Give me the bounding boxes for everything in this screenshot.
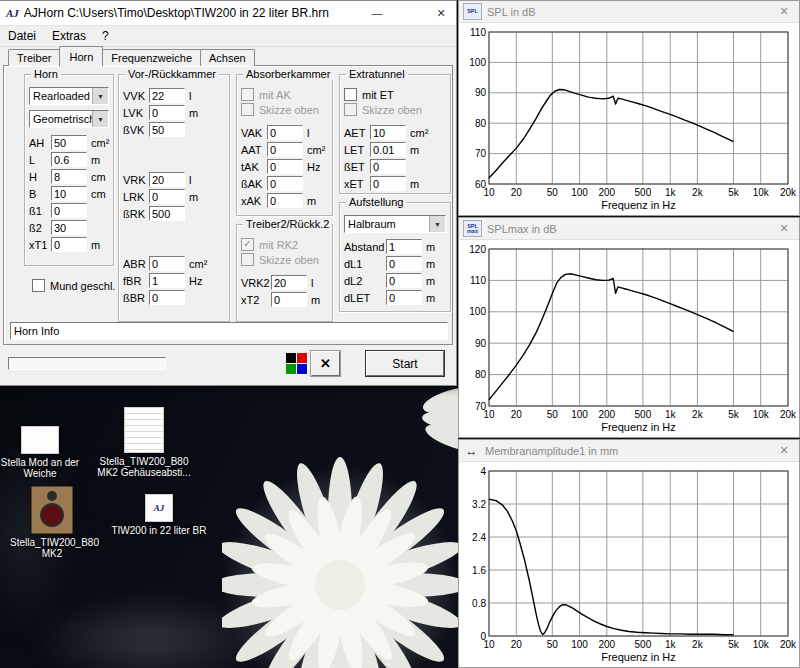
field-input[interactable] [51, 152, 87, 167]
checkbox-label: mit ET [362, 89, 394, 101]
tab-horn[interactable]: Horn [59, 46, 103, 66]
chevron-down-icon[interactable]: ▼ [429, 216, 445, 232]
desktop-icon-stella-tiw200[interactable]: Stella_TIW200_B80 MK2 [10, 486, 94, 559]
close-icon[interactable]: ✕ [769, 444, 799, 457]
field-label: L [29, 154, 51, 166]
flower-edge-image [406, 382, 458, 457]
field-row: AHcm² [29, 134, 109, 151]
desktop-icon-tiw200-br[interactable]: AJ TIW200 in 22 liter BR [100, 494, 218, 536]
field-input[interactable] [370, 125, 406, 140]
field-row: xAKm [241, 192, 328, 209]
tab-treiber[interactable]: Treiber [8, 49, 60, 66]
field-input[interactable] [271, 275, 307, 290]
field-input[interactable] [370, 176, 406, 191]
field-input[interactable] [370, 142, 406, 157]
window-title: AJHorn C:\Users\Timo\Desktop\TIW200 in 2… [24, 6, 362, 20]
aufstellung-select[interactable]: Halbraum ▼ [344, 215, 446, 233]
svg-text:100: 100 [571, 639, 588, 650]
field-input[interactable] [386, 273, 422, 288]
checkbox-mund-geschl[interactable]: Mund geschl. [32, 278, 115, 293]
checkbox-label: mit RK2 [259, 239, 298, 251]
field-input[interactable] [51, 220, 87, 235]
treiber2-checkboxes: ✓mit RK2Skizze oben [241, 237, 328, 267]
checkbox-mit-et[interactable]: mit ET [344, 87, 446, 102]
field-input[interactable] [149, 273, 185, 288]
field-input[interactable] [51, 135, 87, 150]
chart-titlebar[interactable]: ↔ Membranamplitude1 in mm ✕ [459, 440, 799, 462]
field-input[interactable] [386, 239, 422, 254]
group-treiber2: Treiber2/Rückk.2 ✓mit RK2Skizze oben VRK… [236, 224, 333, 322]
close-icon[interactable]: ✕ [769, 222, 799, 235]
svg-text:90: 90 [475, 87, 487, 98]
desktop-icon-stella-mod[interactable]: Stella Mod an der Weiche [0, 426, 80, 479]
field-input[interactable] [386, 290, 422, 305]
spl-window: SPL SPL in dB ✕ 607080901001101020501002… [458, 0, 800, 216]
field-input[interactable] [51, 237, 87, 252]
horn-info-input[interactable] [10, 322, 448, 340]
svg-text:0.8: 0.8 [472, 598, 486, 609]
field-input[interactable] [386, 256, 422, 271]
minimize-button[interactable]: — [362, 7, 392, 19]
field-input[interactable] [267, 159, 303, 174]
menu-help[interactable]: ? [94, 29, 117, 43]
field-row: AATcm² [241, 141, 328, 158]
field-input[interactable] [149, 105, 185, 120]
ajhorn-app-icon: AJ [6, 7, 19, 19]
svg-text:50: 50 [547, 409, 559, 420]
field-row: Lm [29, 151, 109, 168]
field-input[interactable] [51, 203, 87, 218]
field-unit: m [91, 239, 100, 251]
field-unit: m [311, 294, 320, 306]
horn-type-select[interactable]: Rearloaded ▼ [29, 87, 109, 105]
checkbox-mit-ak: mit AK [241, 87, 328, 102]
close-icon[interactable]: ✕ [769, 5, 799, 18]
field-row: ßVK [123, 121, 225, 138]
tab-frequenzweiche[interactable]: Frequenzweiche [102, 49, 201, 66]
field-input[interactable] [271, 292, 307, 307]
field-input[interactable] [149, 256, 185, 271]
desktop-icon-label: TIW200 in 22 liter BR [100, 525, 218, 536]
svg-text:200: 200 [598, 187, 615, 198]
desktop-icon-gehaeuseabstimmung[interactable]: Stella_TIW200_B80 MK2 Gehäuseabsti... [96, 407, 192, 478]
tab-achsen[interactable]: Achsen [200, 49, 255, 66]
field-input[interactable] [267, 176, 303, 191]
field-unit: cm² [91, 137, 109, 149]
field-input[interactable] [149, 290, 185, 305]
field-row: xETm [344, 175, 446, 192]
field-input[interactable] [149, 172, 185, 187]
menu-extras[interactable]: Extras [44, 29, 94, 43]
start-button[interactable]: Start [366, 351, 444, 376]
field-input[interactable] [149, 189, 185, 204]
chart-titlebar[interactable]: SPL SPL in dB ✕ [459, 1, 799, 23]
titlebar[interactable]: AJ AJHorn C:\Users\Timo\Desktop\TIW200 i… [0, 1, 456, 26]
field-unit: m [189, 191, 198, 203]
svg-text:50: 50 [547, 639, 559, 650]
field-unit: cm² [189, 258, 207, 270]
field-input[interactable] [370, 159, 406, 174]
group-label: Vor-/Rückkammer [125, 68, 219, 80]
chevron-down-icon[interactable]: ▼ [92, 111, 108, 127]
field-input[interactable] [267, 193, 303, 208]
field-input[interactable] [51, 169, 87, 184]
close-button[interactable]: ✕ [426, 7, 456, 20]
field-input[interactable] [149, 122, 185, 137]
field-input[interactable] [149, 206, 185, 221]
window-file-icon [21, 426, 59, 454]
horn-shape-select[interactable]: Geometrisch ▼ [29, 110, 109, 128]
cancel-button[interactable]: ✕ [311, 351, 340, 376]
svg-text:20: 20 [511, 409, 523, 420]
menu-datei[interactable]: Datei [0, 29, 44, 43]
chart-titlebar[interactable]: SPL max SPLmax in dB ✕ [459, 218, 799, 240]
chevron-down-icon[interactable]: ▼ [92, 88, 108, 104]
field-input[interactable] [51, 186, 87, 201]
field-input[interactable] [149, 88, 185, 103]
membrane-chart-canvas: 00.81.62.43.241020501002005001k2k5k10k20… [459, 462, 799, 668]
field-input[interactable] [267, 142, 303, 157]
svg-text:1k: 1k [665, 409, 677, 420]
field-input[interactable] [267, 125, 303, 140]
combo-value: Halbraum [345, 216, 429, 232]
checkbox-box[interactable] [344, 88, 357, 101]
treiber2-fields: VRK2lxT2m [241, 274, 328, 308]
checkbox-box[interactable] [32, 279, 45, 292]
group-label: Treiber2/Rückk.2 [243, 218, 332, 230]
